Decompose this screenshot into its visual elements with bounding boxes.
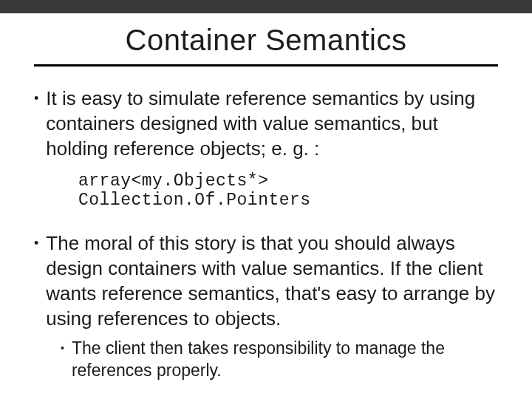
top-bar (0, 0, 532, 13)
bullet-text: The moral of this story is that you shou… (46, 231, 502, 331)
slide-body: Container Semantics • It is easy to simu… (0, 24, 532, 381)
slide-title: Container Semantics (30, 24, 502, 57)
bullet-item: • The moral of this story is that you sh… (34, 231, 502, 331)
title-rule (34, 64, 498, 66)
bullet-dot-icon: • (34, 86, 38, 111)
bullet-item: • It is easy to simulate reference seman… (34, 86, 502, 161)
bullet-dot-icon: • (34, 231, 38, 256)
code-example: array<my.Objects*> Collection.Of.Pointer… (78, 171, 502, 210)
bullet-text: It is easy to simulate reference semanti… (46, 86, 502, 161)
sub-bullet-text: The client then takes responsibility to … (72, 337, 502, 381)
bullet-dot-icon: • (61, 337, 64, 359)
sub-bullet-item: • The client then takes responsibility t… (61, 337, 502, 381)
